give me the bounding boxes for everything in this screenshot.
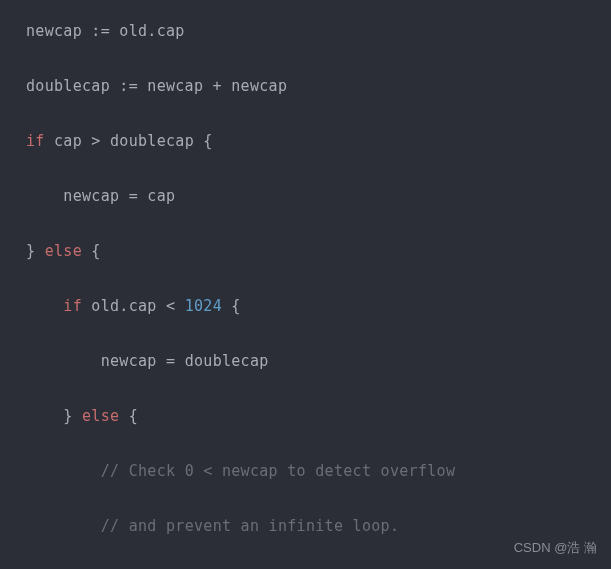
code-line: newcap = cap — [26, 183, 611, 211]
number-literal: 1024 — [185, 297, 222, 315]
code-text: newcap = doublecap — [101, 352, 269, 370]
indent — [26, 297, 63, 315]
watermark: CSDN @浩 瀚 — [514, 534, 597, 562]
indent — [26, 407, 63, 425]
code-text: newcap := old.cap — [26, 22, 185, 40]
code-block: newcap := old.cap doublecap := newcap + … — [26, 18, 611, 569]
indent — [26, 352, 101, 370]
code-text: } — [26, 242, 45, 260]
code-line: doublecap := newcap + newcap — [26, 73, 611, 101]
keyword-else: else — [82, 407, 119, 425]
code-text: { — [119, 407, 138, 425]
code-line: // Check 0 < newcap to detect overflow — [26, 458, 611, 486]
code-text: { — [82, 242, 101, 260]
keyword-if: if — [26, 132, 45, 150]
code-line: if cap > doublecap { — [26, 128, 611, 156]
indent — [26, 517, 101, 535]
code-line: newcap = doublecap — [26, 348, 611, 376]
code-text: { — [222, 297, 241, 315]
code-text: newcap = cap — [26, 187, 175, 205]
code-line: } else { — [26, 403, 611, 431]
code-text: cap > doublecap { — [45, 132, 213, 150]
code-text: doublecap := newcap + newcap — [26, 77, 287, 95]
code-line: newcap := old.cap — [26, 18, 611, 46]
code-line: } else { — [26, 238, 611, 266]
comment: // Check 0 < newcap to detect overflow — [101, 462, 456, 480]
comment: // and prevent an infinite loop. — [101, 517, 400, 535]
keyword-if: if — [63, 297, 82, 315]
indent — [26, 462, 101, 480]
code-text: old.cap < — [82, 297, 185, 315]
code-line: if old.cap < 1024 { — [26, 293, 611, 321]
code-text: } — [63, 407, 82, 425]
keyword-else: else — [45, 242, 82, 260]
